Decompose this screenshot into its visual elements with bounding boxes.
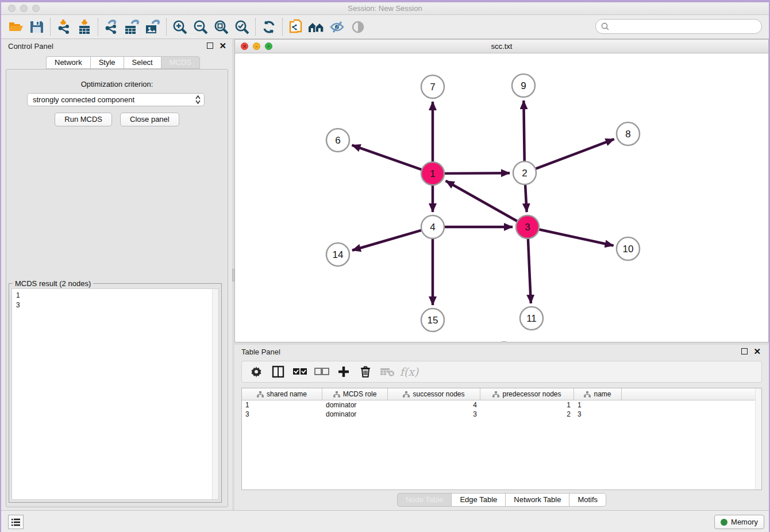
table-panel: Table Panel ✕ [234, 345, 769, 510]
tab-edge-table[interactable]: Edge Table [451, 493, 505, 507]
table-scrollbar[interactable] [755, 388, 761, 489]
svg-text:1: 1 [430, 168, 435, 179]
table-cell[interactable]: 3 [388, 410, 480, 419]
graph-node-6[interactable]: 6 [326, 129, 349, 152]
export-network-icon[interactable] [101, 17, 122, 37]
svg-text:7: 7 [430, 82, 435, 92]
column-header-MCDS-role[interactable]: MCDS role [322, 388, 388, 400]
search-icon [600, 22, 610, 31]
edge-3-1[interactable] [446, 181, 518, 221]
control-panel: Control Panel ✕ NetworkStyleSelectMCDS O… [1, 39, 232, 510]
search-input[interactable] [610, 21, 761, 32]
graph-node-2[interactable]: 2 [513, 161, 536, 184]
column-header-shared-name[interactable]: shared name [242, 388, 322, 400]
svg-text:9: 9 [521, 80, 526, 91]
edge-1-2[interactable] [444, 173, 510, 174]
network-canvas[interactable]: 7968124314101511 [235, 53, 768, 342]
hierarchy-icon [333, 391, 340, 398]
table-settings-icon[interactable] [247, 363, 266, 381]
table-float-panel-icon[interactable] [741, 348, 748, 354]
search-box[interactable] [595, 19, 762, 34]
table-cell[interactable]: 4 [388, 400, 480, 410]
import-table-icon[interactable] [74, 17, 95, 37]
first-neighbors-icon[interactable] [306, 17, 327, 37]
edge-4-14[interactable] [352, 230, 422, 250]
application-window: Session: New Session [0, 0, 770, 532]
zoom-out-icon[interactable] [190, 17, 211, 37]
network-window-titlebar[interactable]: ✕ – + scc.txt [235, 40, 768, 53]
graph-node-4[interactable]: 4 [421, 215, 444, 238]
edge-3-11[interactable] [528, 238, 531, 303]
tab-network[interactable]: Network [46, 56, 90, 69]
delete-column-icon[interactable] [356, 363, 375, 381]
clone-network-icon[interactable] [286, 17, 306, 37]
show-details-icon[interactable] [348, 17, 368, 37]
save-session-icon[interactable] [26, 17, 47, 37]
float-panel-icon[interactable] [207, 43, 213, 49]
tab-network-table[interactable]: Network Table [505, 493, 569, 507]
memory-status-icon [721, 519, 727, 526]
export-image-icon[interactable] [143, 17, 163, 37]
table-cell[interactable]: 1 [574, 400, 622, 410]
export-table-icon[interactable] [122, 17, 143, 37]
column-selector-icon[interactable] [268, 363, 288, 381]
graph-node-10[interactable]: 10 [617, 237, 640, 260]
graph-node-14[interactable]: 14 [326, 243, 349, 266]
edge-2-8[interactable] [536, 139, 614, 169]
table-row[interactable]: 3dominator323 [242, 410, 761, 419]
graph-node-1[interactable]: 1 [421, 162, 444, 185]
import-network-icon[interactable] [53, 17, 74, 37]
table-cell[interactable]: 3 [242, 410, 322, 419]
graph-node-9[interactable]: 9 [512, 74, 535, 97]
hierarchy-icon [492, 391, 499, 398]
tab-style[interactable]: Style [90, 56, 124, 69]
select-all-icon[interactable] [290, 363, 310, 381]
graph-node-15[interactable]: 15 [421, 309, 444, 331]
edge-3-10[interactable] [539, 229, 614, 245]
graph-node-3[interactable]: 3 [516, 215, 539, 238]
tab-select[interactable]: Select [124, 56, 161, 69]
add-column-icon[interactable] [334, 363, 353, 381]
table-header-row: shared nameMCDS rolesuccessor nodesprede… [242, 388, 761, 400]
table-cell[interactable]: dominator [322, 400, 388, 410]
column-header-successor-nodes[interactable]: successor nodes [388, 388, 480, 400]
tab-mcds[interactable]: MCDS [161, 56, 200, 69]
mcds-result-textarea[interactable]: 1 3 [11, 288, 219, 500]
close-panel-button[interactable]: Close panel [120, 113, 179, 126]
edge-2-3[interactable] [525, 184, 527, 212]
svg-text:11: 11 [526, 313, 537, 324]
criterion-dropdown[interactable]: strongly connected component [27, 93, 205, 106]
deselect-all-icon[interactable] [312, 363, 332, 381]
column-header-name[interactable]: name [574, 388, 622, 400]
table-cell[interactable]: 2 [480, 410, 574, 419]
edge-2-9[interactable] [523, 101, 524, 161]
graph-node-7[interactable]: 7 [421, 75, 444, 98]
svg-text:2: 2 [522, 168, 527, 179]
table-cell[interactable]: 1 [242, 400, 322, 410]
zoom-selected-icon[interactable] [232, 17, 252, 37]
table-cell[interactable]: 3 [574, 410, 622, 419]
zoom-fit-icon[interactable] [211, 17, 232, 37]
close-panel-icon[interactable]: ✕ [219, 43, 226, 49]
edge-1-6[interactable] [352, 145, 422, 170]
refresh-icon[interactable] [259, 17, 279, 37]
memory-button[interactable]: Memory [714, 515, 764, 529]
svg-text:6: 6 [335, 135, 340, 146]
graph-node-8[interactable]: 8 [617, 122, 640, 145]
tab-node-table[interactable]: Node Table [397, 493, 452, 507]
hide-details-icon[interactable] [327, 17, 348, 37]
table-close-panel-icon[interactable]: ✕ [753, 348, 761, 354]
column-header-predecessor-nodes[interactable]: predecessor nodes [480, 388, 574, 400]
task-history-button[interactable] [8, 515, 24, 529]
tab-motifs[interactable]: Motifs [569, 493, 606, 507]
zoom-in-icon[interactable] [170, 17, 190, 37]
run-mcds-button[interactable]: Run MCDS [55, 113, 112, 126]
table-cell[interactable]: 1 [480, 400, 574, 410]
result-scrollbar[interactable] [212, 289, 218, 499]
table-cell[interactable]: dominator [322, 410, 388, 419]
table-row[interactable]: 1dominator411 [242, 400, 761, 410]
open-session-icon[interactable] [6, 17, 26, 37]
delete-table-icon[interactable] [378, 363, 397, 381]
graph-node-11[interactable]: 11 [520, 307, 543, 330]
memory-label: Memory [731, 518, 758, 526]
